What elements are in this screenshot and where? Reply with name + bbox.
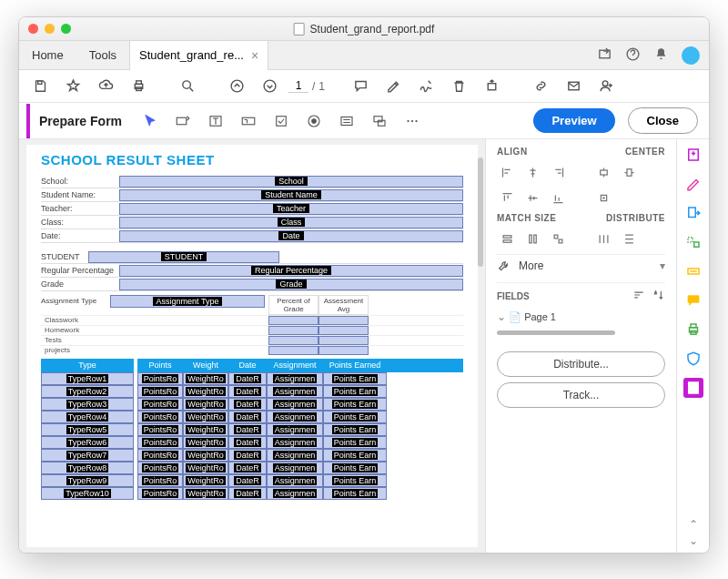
rotate-icon[interactable] [478, 73, 505, 100]
assignment-field[interactable]: Assignmen [267, 487, 323, 500]
points-field[interactable]: PointsRo [137, 436, 183, 449]
rail-scroll-down-icon[interactable]: ⌄ [689, 534, 698, 547]
distribute-v-icon[interactable] [619, 229, 639, 249]
weight-field[interactable]: WeightRo [183, 487, 228, 500]
points-earned-field[interactable]: Points Earn [323, 411, 387, 423]
points-earned-field[interactable]: Points Earn [323, 398, 387, 411]
date-field[interactable]: DateR [228, 449, 267, 462]
assign-type-field[interactable]: Assignment Type [110, 295, 265, 308]
sort-az-icon[interactable] [652, 289, 665, 303]
rail-redact-icon[interactable] [683, 261, 703, 281]
align-middle-icon[interactable] [522, 188, 542, 208]
text-field-tool-icon[interactable] [169, 107, 197, 135]
regular-pct-field[interactable]: Regular Percentage [119, 265, 463, 277]
points-field[interactable]: PointsRo [137, 474, 183, 487]
preview-button[interactable]: Preview [533, 108, 614, 133]
weight-field[interactable]: WeightRo [183, 449, 228, 462]
points-earned-field[interactable]: Points Earn [323, 474, 387, 487]
user-avatar[interactable] [682, 46, 700, 65]
checkbox-tool-icon[interactable] [268, 107, 295, 135]
close-button[interactable]: Close [628, 107, 698, 134]
rail-export-icon[interactable] [683, 203, 703, 223]
center-v-icon[interactable] [619, 162, 639, 182]
textfield-tool-icon[interactable] [235, 107, 262, 135]
track-button[interactable]: Track... [497, 382, 665, 408]
type-field[interactable]: TypeRow8 [41, 462, 134, 474]
date-field[interactable]: DateR [228, 474, 267, 487]
match-height-icon[interactable] [522, 229, 542, 249]
select-tool-icon[interactable] [136, 107, 164, 135]
assignment-field[interactable]: Assignmen [267, 474, 323, 487]
assess-avg-field[interactable] [318, 346, 369, 355]
align-bottom-icon[interactable] [548, 188, 568, 208]
weight-field[interactable]: WeightRo [183, 436, 228, 449]
points-earned-field[interactable]: Points Earn [323, 372, 387, 385]
type-field[interactable]: TypeRow5 [41, 423, 134, 436]
type-field[interactable]: TypeRow1 [41, 372, 134, 385]
center-both-icon[interactable] [593, 188, 613, 208]
weight-field[interactable]: WeightRo [183, 411, 228, 423]
points-earned-field[interactable]: Points Earn [323, 449, 387, 462]
align-left-icon[interactable] [497, 162, 517, 182]
share-icon[interactable] [597, 46, 612, 65]
list-tool-icon[interactable] [333, 107, 360, 135]
type-field[interactable]: TypeRow6 [41, 436, 134, 449]
type-field[interactable]: TypeRow7 [41, 449, 134, 462]
print-icon[interactable] [125, 73, 152, 100]
rail-edit-icon[interactable] [683, 174, 703, 194]
add-person-icon[interactable] [592, 73, 620, 100]
trash-icon[interactable] [445, 73, 472, 100]
save-icon[interactable] [26, 73, 54, 100]
date-field[interactable]: DateR [228, 398, 267, 411]
date-field[interactable]: DateR [228, 385, 267, 398]
rail-protect-icon[interactable] [683, 349, 703, 369]
points-field[interactable]: PointsRo [137, 411, 183, 423]
rail-create-pdf-icon[interactable] [683, 145, 703, 165]
points-earned-field[interactable]: Points Earn [323, 462, 387, 474]
student-field[interactable]: STUDENT [88, 251, 279, 263]
pct-grade-field[interactable] [268, 316, 318, 325]
assignment-field[interactable]: Assignmen [267, 411, 323, 423]
align-top-icon[interactable] [497, 188, 517, 208]
link-icon[interactable] [527, 73, 554, 100]
assignment-field[interactable]: Assignmen [267, 436, 323, 449]
points-earned-field[interactable]: Points Earn [323, 385, 387, 398]
fields-tree-node[interactable]: ⌄ 📄 Page 1 [497, 309, 665, 325]
center-h-icon[interactable] [593, 162, 613, 182]
info-field[interactable]: School [119, 176, 463, 188]
date-field[interactable]: DateR [228, 423, 267, 436]
page-down-icon[interactable] [256, 73, 283, 100]
rail-scroll-up-icon[interactable]: ⌃ [689, 518, 698, 531]
cloud-upload-icon[interactable] [92, 73, 119, 100]
pct-grade-field[interactable] [268, 346, 318, 355]
date-field[interactable]: DateR [228, 487, 267, 500]
distribute-h-icon[interactable] [593, 229, 613, 249]
assess-avg-field[interactable] [318, 326, 369, 335]
assignment-field[interactable]: Assignmen [267, 385, 323, 398]
align-center-h-icon[interactable] [522, 162, 542, 182]
weight-field[interactable]: WeightRo [183, 385, 228, 398]
points-field[interactable]: PointsRo [137, 385, 183, 398]
type-field[interactable]: TypeRow10 [41, 487, 134, 500]
zoom-icon[interactable] [174, 73, 201, 100]
match-both-icon[interactable] [548, 229, 568, 249]
more-tools-icon[interactable] [399, 107, 426, 135]
points-field[interactable]: PointsRo [137, 449, 183, 462]
highlight-icon[interactable] [379, 73, 407, 100]
help-icon[interactable] [625, 46, 641, 65]
info-field[interactable]: Class [119, 217, 463, 229]
document-viewport[interactable]: SCHOOL RESULT SHEET School:SchoolStudent… [19, 139, 485, 553]
points-field[interactable]: PointsRo [137, 372, 183, 385]
assess-avg-field[interactable] [318, 316, 369, 325]
weight-field[interactable]: WeightRo [183, 398, 228, 411]
align-right-icon[interactable] [548, 162, 568, 182]
match-width-icon[interactable] [497, 229, 517, 249]
assignment-field[interactable]: Assignmen [267, 423, 323, 436]
grade-field[interactable]: Grade [119, 279, 463, 290]
date-field[interactable]: DateR [228, 462, 267, 474]
date-field[interactable]: DateR [228, 372, 267, 385]
points-earned-field[interactable]: Points Earn [323, 423, 387, 436]
pct-grade-field[interactable] [268, 336, 318, 345]
comment-icon[interactable] [347, 73, 374, 100]
maximize-window-button[interactable] [61, 24, 71, 34]
